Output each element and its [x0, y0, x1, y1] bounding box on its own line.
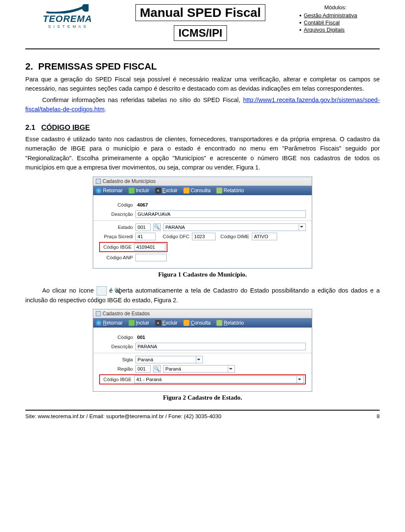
- window-icon: [96, 179, 101, 184]
- figure1-caption: Figura 1 Cadastro do Município.: [25, 271, 380, 278]
- plus-icon: [129, 188, 135, 193]
- label-estado: Estado: [99, 225, 133, 230]
- modules-list: Módulos: Gestão Administrativa Contábil …: [291, 4, 380, 34]
- app-window-municipios: Cadastro de Municípios Retornar Incluir …: [93, 177, 312, 269]
- label-codigo: Código: [99, 335, 133, 340]
- field-descricao[interactable]: GUARAPUAVA: [135, 210, 306, 218]
- toolbar-retornar[interactable]: Retornar: [96, 188, 123, 193]
- toolbar-relatorio[interactable]: Relatório: [216, 320, 244, 326]
- swoosh-icon: [46, 4, 89, 13]
- logo: TEOREMA S I S T E M A S: [25, 4, 110, 29]
- app-window-estados: Cadastro de Estados Retornar Incluir ×Ex…: [93, 309, 312, 392]
- section-heading: 2. PREMISSAS SPED FISCAL: [25, 61, 380, 72]
- label-descricao: Descrição: [99, 212, 133, 217]
- window-title: Cadastro de Municípios: [93, 177, 312, 186]
- toolbar-incluir[interactable]: Incluir: [129, 320, 149, 326]
- label-praca: Praça Sicredi: [99, 234, 133, 239]
- doc-subtitle: ICMS/IPI: [174, 25, 227, 41]
- label-codanp: Código ANP: [99, 255, 133, 260]
- label-codibge: Código IBGE: [101, 245, 132, 250]
- label-sigla: Sigla: [99, 357, 133, 362]
- toolbar-consulta[interactable]: Consulta: [184, 188, 211, 193]
- label-regiao: Região: [99, 366, 133, 371]
- label-codigo: Código: [99, 202, 133, 207]
- toolbar-excluir[interactable]: ×Excluir: [155, 188, 178, 193]
- icon-paragraph: Ao clicar no ícone 🔍 é aberta automatica…: [25, 286, 380, 305]
- plus-icon: [129, 320, 135, 326]
- chevron-down-icon[interactable]: [196, 356, 201, 363]
- label-descricao: Descrição: [99, 344, 133, 349]
- header-divider: [25, 48, 380, 49]
- chevron-down-icon[interactable]: [299, 224, 304, 231]
- field-coddime[interactable]: ATIVO: [252, 233, 277, 240]
- lookup-button[interactable]: 🔍: [153, 223, 161, 231]
- field-sigla[interactable]: Paraná: [135, 356, 203, 363]
- modules-title: Módulos:: [291, 4, 380, 11]
- field-praca[interactable]: 41: [135, 233, 156, 240]
- brand-tagline: S I S T E M A S: [48, 24, 87, 29]
- toolbar-retornar[interactable]: Retornar: [96, 320, 123, 326]
- label-coddfc: Código DFC: [158, 234, 189, 239]
- field-estado-code[interactable]: 001: [135, 223, 151, 231]
- field-regiao-code[interactable]: 001: [135, 365, 151, 373]
- field-descricao[interactable]: PARANA: [135, 343, 306, 350]
- brand-name: TEOREMA: [43, 13, 92, 24]
- report-icon: [216, 188, 222, 193]
- toolbar-incluir[interactable]: Incluir: [129, 188, 149, 193]
- toolbar-relatorio[interactable]: Relatório: [216, 188, 244, 193]
- figure2-caption: Figura 2 Cadastro de Estado.: [25, 394, 380, 401]
- section2-para2: Confirmar informações nas referidas tabe…: [25, 95, 380, 114]
- toolbar-excluir[interactable]: ×Excluir: [155, 320, 178, 326]
- field-codigo: 001: [135, 333, 154, 341]
- field-codanp[interactable]: [135, 254, 167, 261]
- back-icon: [96, 320, 102, 326]
- label-coddime: Código DIME: [218, 234, 249, 239]
- module-item[interactable]: Contábil Fiscal: [300, 19, 380, 26]
- subsection-heading: 2.1 CÓDIGO IBGE: [25, 124, 380, 132]
- delete-icon: ×: [155, 320, 161, 326]
- field-estado-nome[interactable]: PARANA: [163, 223, 306, 231]
- chevron-down-icon[interactable]: [297, 376, 302, 383]
- report-icon: [216, 320, 222, 326]
- field-regiao-nome[interactable]: Paraná: [163, 365, 235, 373]
- section21-para: Esse cadastro é utilizado tanto nos cada…: [25, 134, 380, 172]
- search-icon: [184, 188, 189, 193]
- field-codigo: 4067: [135, 201, 154, 209]
- doc-title: Manual SPED Fiscal: [135, 4, 266, 21]
- module-item[interactable]: Arquivos Digitais: [300, 27, 380, 33]
- lookup-button[interactable]: 🔍: [153, 365, 161, 373]
- page-number: 8: [377, 413, 380, 419]
- codigo-ibge-highlight: Código IBGE 41 - Paraná: [99, 374, 306, 384]
- field-codibge[interactable]: 4109401: [134, 243, 165, 251]
- field-coddfc[interactable]: 1023: [192, 233, 216, 240]
- field-codibge[interactable]: 41 - Paraná: [134, 376, 304, 383]
- chevron-down-icon[interactable]: [228, 365, 233, 372]
- toolbar: Retornar Incluir ×Excluir Consulta Relat…: [93, 318, 312, 328]
- search-icon: [184, 320, 189, 326]
- codigo-ibge-highlight: Código IBGE 4109401: [99, 242, 167, 252]
- delete-icon: ×: [155, 188, 161, 193]
- label-codibge: Código IBGE: [101, 377, 132, 382]
- lookup-icon-inline: 🔍: [97, 286, 107, 296]
- back-icon: [96, 188, 102, 193]
- window-title: Cadastro de Estados: [93, 309, 312, 318]
- toolbar: Retornar Incluir ×Excluir Consulta Relat…: [93, 186, 312, 195]
- footer-contact: Site: www.teorema.inf.br / Email: suport…: [25, 413, 221, 419]
- toolbar-consulta[interactable]: Consulta: [184, 320, 211, 326]
- module-item[interactable]: Gestão Administrativa: [300, 12, 380, 19]
- section2-para1: Para que a geração do SPED Fiscal seja p…: [25, 75, 380, 94]
- window-icon: [96, 311, 101, 316]
